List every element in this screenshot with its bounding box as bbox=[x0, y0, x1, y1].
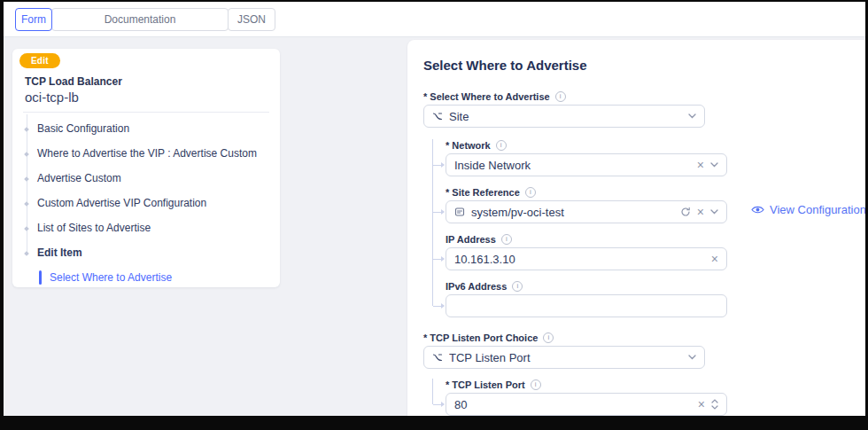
nav-subitem-label: Select Where to Advertise bbox=[50, 271, 172, 284]
clear-icon[interactable]: × bbox=[711, 253, 718, 265]
one-of-fork-icon bbox=[432, 352, 443, 363]
nav-item-label: Edit Item bbox=[37, 246, 82, 259]
nav-item-advertise-custom[interactable]: Advertise Custom bbox=[12, 166, 280, 191]
field-label: IP Address bbox=[446, 234, 496, 245]
tcp-listen-port-choice-label-row: * TCP Listen Port Choice i bbox=[423, 332, 865, 343]
tcp-listen-port-label-row: * TCP Listen Port i bbox=[446, 379, 865, 390]
info-icon[interactable]: i bbox=[501, 234, 512, 245]
network-label-row: * Network i bbox=[446, 139, 865, 151]
tcp-listen-port-input-box: × bbox=[446, 393, 727, 416]
tab-form[interactable]: Form bbox=[15, 8, 52, 31]
field-label: * TCP Listen Port bbox=[446, 379, 525, 390]
where-select-label-row: * Select Where to Advertise i bbox=[423, 90, 865, 102]
ipv6-address-input[interactable] bbox=[454, 300, 718, 313]
select-where-to-advertise-panel: Select Where to Advertise * Select Where… bbox=[407, 40, 865, 416]
info-icon[interactable]: i bbox=[555, 91, 566, 102]
tab-json[interactable]: JSON bbox=[228, 8, 275, 31]
view-mode-tab-bar: Form Documentation JSON bbox=[4, 2, 865, 37]
view-configuration-label: View Configuration bbox=[770, 203, 865, 216]
chevron-down-icon[interactable] bbox=[688, 113, 696, 119]
object-type-label: TCP Load Balancer bbox=[25, 75, 280, 88]
bullet-icon bbox=[24, 251, 29, 256]
ipv6-address-label-row: IPv6 Address i bbox=[446, 280, 865, 292]
bullet-icon bbox=[24, 152, 29, 157]
view-configuration-link[interactable]: View Configuration bbox=[751, 203, 865, 216]
network-select[interactable]: Inside Network × bbox=[446, 153, 727, 176]
refresh-icon[interactable] bbox=[680, 207, 691, 217]
clear-icon[interactable]: × bbox=[698, 398, 705, 410]
form-section-nav: Basic Configuration Where to Advertise t… bbox=[12, 113, 280, 290]
one-of-fork-icon bbox=[432, 111, 443, 121]
active-indicator-bar bbox=[39, 270, 42, 285]
number-stepper[interactable] bbox=[711, 399, 718, 410]
stepper-up-icon[interactable] bbox=[711, 399, 718, 403]
nav-item-label: Custom Advertise VIP Configuration bbox=[37, 197, 206, 209]
panel-title: Select Where to Advertise bbox=[423, 58, 865, 73]
info-icon[interactable]: i bbox=[531, 379, 541, 390]
reference-object-icon bbox=[454, 207, 465, 217]
tcp-port-subfields-group: * TCP Listen Port i × bbox=[432, 379, 865, 416]
field-label: * Site Reference bbox=[446, 187, 520, 198]
app-window: Form Documentation JSON Edit TCP Load Ba… bbox=[4, 2, 865, 416]
field-label: * Select Where to Advertise bbox=[423, 91, 550, 102]
nav-item-list-of-sites-to-advertise[interactable]: List of Sites to Advertise bbox=[12, 215, 280, 240]
bullet-icon bbox=[24, 176, 29, 182]
clear-icon[interactable]: × bbox=[697, 159, 704, 171]
network-value: Inside Network bbox=[454, 159, 691, 172]
info-icon[interactable]: i bbox=[496, 140, 507, 151]
ipv6-address-input-box bbox=[446, 294, 727, 317]
tcp-listen-port-field: * TCP Listen Port i × bbox=[446, 379, 865, 416]
chevron-down-icon[interactable] bbox=[710, 209, 718, 215]
ipv6-address-field: IPv6 Address i bbox=[446, 280, 865, 317]
nav-item-where-to-advertise-vip[interactable]: Where to Advertise the VIP : Advertise C… bbox=[12, 141, 280, 166]
content-area: Edit TCP Load Balancer oci-tcp-lb Basic … bbox=[4, 37, 865, 416]
eye-icon bbox=[751, 205, 764, 215]
object-name: oci-tcp-lb bbox=[25, 90, 280, 105]
field-label: * TCP Listen Port Choice bbox=[423, 332, 538, 343]
info-icon[interactable]: i bbox=[543, 332, 554, 343]
site-reference-value: system/pv-oci-test bbox=[471, 206, 674, 219]
view-mode-tabs: Form Documentation JSON bbox=[4, 2, 865, 31]
window-frame: Form Documentation JSON Edit TCP Load Ba… bbox=[0, 0, 868, 430]
network-field: * Network i Inside Network × bbox=[446, 139, 865, 176]
bullet-icon bbox=[24, 201, 29, 207]
form-navigation-card: Edit TCP Load Balancer oci-tcp-lb Basic … bbox=[12, 49, 280, 287]
where-select-value: Site bbox=[449, 110, 682, 123]
ip-address-input[interactable] bbox=[454, 253, 705, 266]
tcp-listen-port-choice-value: TCP Listen Port bbox=[449, 351, 682, 364]
nav-item-custom-advertise-vip-configuration[interactable]: Custom Advertise VIP Configuration bbox=[12, 191, 280, 215]
nav-item-select-where-to-advertise-active[interactable]: Select Where to Advertise bbox=[12, 265, 280, 290]
field-label: IPv6 Address bbox=[446, 281, 507, 292]
ip-address-label-row: IP Address i bbox=[446, 233, 865, 245]
stepper-down-icon[interactable] bbox=[711, 405, 718, 410]
field-label: * Network bbox=[446, 140, 491, 151]
tcp-listen-port-input[interactable] bbox=[454, 398, 692, 411]
clear-icon[interactable]: × bbox=[697, 206, 704, 218]
nav-item-edit-item[interactable]: Edit Item bbox=[12, 240, 280, 265]
nav-item-label: Basic Configuration bbox=[37, 122, 129, 135]
ip-address-input-box: × bbox=[446, 247, 727, 270]
bullet-icon bbox=[24, 226, 29, 231]
nav-item-label: List of Sites to Advertise bbox=[37, 222, 151, 234]
edit-mode-badge: Edit bbox=[19, 53, 60, 68]
tab-documentation[interactable]: Documentation bbox=[51, 8, 229, 31]
nav-item-label: Advertise Custom bbox=[37, 172, 121, 184]
chevron-down-icon[interactable] bbox=[688, 355, 696, 360]
site-reference-label-row: * Site Reference i bbox=[446, 186, 865, 198]
tcp-listen-port-choice-select[interactable]: TCP Listen Port bbox=[423, 346, 705, 369]
site-subfields-group: * Network i Inside Network × bbox=[432, 139, 865, 317]
chevron-down-icon[interactable] bbox=[710, 162, 718, 168]
info-icon[interactable]: i bbox=[512, 281, 523, 292]
site-reference-select[interactable]: system/pv-oci-test × bbox=[446, 200, 727, 223]
ip-address-field: IP Address i × bbox=[446, 233, 865, 270]
bullet-icon bbox=[24, 127, 29, 132]
nav-item-basic-configuration[interactable]: Basic Configuration bbox=[12, 116, 280, 141]
info-icon[interactable]: i bbox=[525, 187, 536, 198]
nav-item-label: Where to Advertise the VIP : Advertise C… bbox=[37, 147, 257, 160]
where-to-advertise-select[interactable]: Site bbox=[423, 105, 705, 128]
